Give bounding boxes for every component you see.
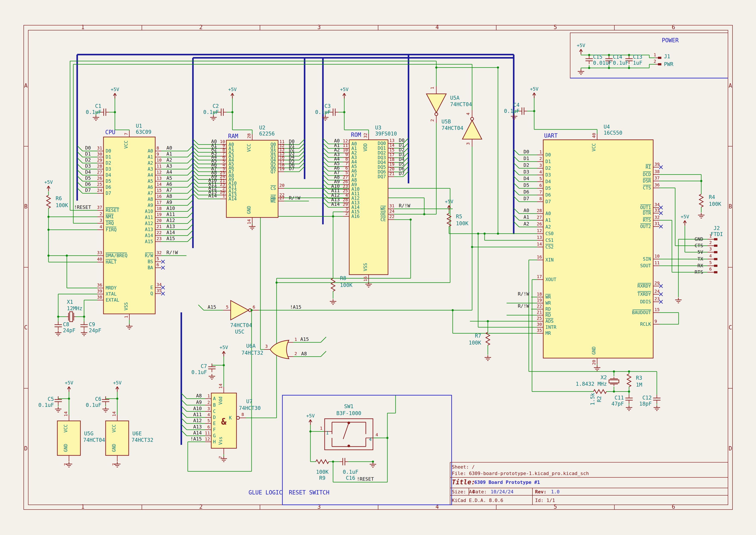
pin-number: 6 — [539, 183, 542, 188]
pin-name: A13 — [145, 227, 153, 232]
no-connect-icon — [659, 284, 663, 288]
pin-number: 7 — [123, 133, 129, 135]
junction-dot — [497, 233, 499, 235]
pin-number: 3 — [207, 406, 210, 411]
connector-value: FTDI — [711, 231, 723, 237]
net-label: A9 — [166, 200, 172, 205]
res-value: 100K — [469, 340, 481, 346]
net-label: A8 — [301, 351, 307, 356]
pin-number: 6 — [709, 267, 712, 271]
pin-number: 31 — [655, 221, 660, 226]
wire-segment — [181, 418, 187, 423]
pin-number: 18 — [389, 157, 394, 162]
pin-name: WE — [271, 198, 276, 204]
pin-number: 9 — [655, 319, 657, 324]
wire-segment — [77, 176, 83, 181]
junction-dot — [276, 282, 278, 284]
zone-row-left: A — [24, 82, 28, 89]
capacitor: C70.1uF — [191, 363, 216, 375]
connector-J1: 12J1PWR — [654, 52, 673, 67]
titleblock-size: Size: A4 — [452, 489, 475, 494]
pin-number: 3 — [265, 344, 268, 349]
pin-number: 1 — [207, 393, 210, 398]
titleblock-title-label: Title: — [452, 478, 475, 486]
pin-number: 31 — [97, 145, 102, 151]
pin-name: WE — [381, 206, 386, 211]
titleblock-title-value: 6309 Board Prototype #1 — [474, 480, 540, 485]
cap-ref: C9 — [89, 322, 95, 327]
kicad-schematic-page: 112233445566AABBCCDD C10.1uFC20.1uFC30.1… — [0, 0, 756, 535]
pin-number: 22 — [156, 230, 162, 235]
zone-col-bottom: 6 — [672, 503, 675, 510]
pin-number: 32 — [363, 133, 368, 138]
pin-number: 6 — [207, 424, 210, 430]
pin-name: DQ6 — [378, 169, 386, 175]
net-label: A11 — [193, 412, 202, 417]
net-label: A9 — [196, 400, 202, 405]
wire-segment — [181, 424, 187, 430]
pin-number: 5 — [156, 256, 159, 261]
pin-name: RD — [545, 313, 551, 318]
connector-pad — [658, 63, 662, 65]
net-label: D2 — [85, 157, 91, 163]
net-label: A0 — [166, 145, 172, 151]
pin-name: E — [213, 421, 216, 426]
titleblock-rev-label: Rev: — [535, 489, 547, 494]
junction-dot — [483, 233, 486, 235]
no-connect-icon — [161, 260, 165, 264]
resistor: R4100K — [699, 194, 721, 207]
junction-dot — [116, 398, 118, 400]
pin-name: 5V — [698, 249, 703, 255]
pin-number: 8 — [539, 196, 542, 201]
pin-number: 5 — [539, 176, 542, 181]
net-label: A1 — [524, 214, 529, 220]
gnd-symbol — [209, 374, 215, 379]
junction-dot — [68, 398, 70, 400]
pin-number: 4 — [709, 253, 712, 258]
wire-segment — [188, 152, 193, 157]
pin-number: 3 — [539, 163, 542, 168]
wire-segment — [323, 166, 328, 171]
no-connect-icon — [161, 292, 165, 295]
connector-pad — [714, 238, 717, 240]
pin-number: 18 — [537, 292, 542, 296]
wire-segment — [514, 183, 519, 188]
pin-number: 28 — [537, 208, 542, 213]
pin-name: RTS — [694, 269, 703, 275]
pin-number: 12 — [205, 436, 210, 441]
junction-dot — [700, 180, 702, 182]
pin-number: 21 — [389, 171, 394, 176]
net-label: D7 — [524, 196, 529, 201]
net-label: A15 — [300, 337, 309, 342]
gate-value: 74HCT04 — [83, 437, 105, 443]
resistor: R8100K — [331, 275, 352, 291]
no-connect-icon — [659, 165, 663, 169]
net-label: R/!W — [399, 203, 411, 209]
pin-number: 1 — [320, 426, 322, 431]
no-connect-icon — [659, 206, 663, 209]
plus5v-symbol: +5V — [65, 380, 73, 392]
cap-value: 24pF — [89, 327, 101, 333]
and-symbol: & — [221, 416, 227, 427]
wire-segment — [77, 158, 83, 163]
junction-dot — [343, 111, 345, 113]
junction-dot — [588, 54, 590, 56]
net-label: !RESET — [74, 205, 91, 210]
pin-number: 27 — [537, 215, 542, 220]
plus5v-label: +5V — [111, 87, 119, 92]
plus5v-symbol: +5V — [530, 86, 538, 98]
pin-number: 36 — [97, 282, 102, 288]
junction-dot — [83, 316, 85, 318]
pin-number: 2 — [709, 240, 712, 245]
wire-segment — [514, 222, 519, 227]
pin-name: D6 — [545, 192, 551, 198]
gate-ref: U6A — [246, 343, 256, 349]
crystal — [609, 377, 619, 386]
pin-number: 34 — [156, 282, 162, 287]
pin-number: 4 — [465, 113, 471, 115]
pin-name: DQ3 — [378, 155, 386, 160]
wire-segment — [323, 152, 328, 157]
junction-dot — [608, 54, 610, 56]
res-value: 100K — [709, 201, 721, 207]
wire-segment — [514, 190, 519, 195]
